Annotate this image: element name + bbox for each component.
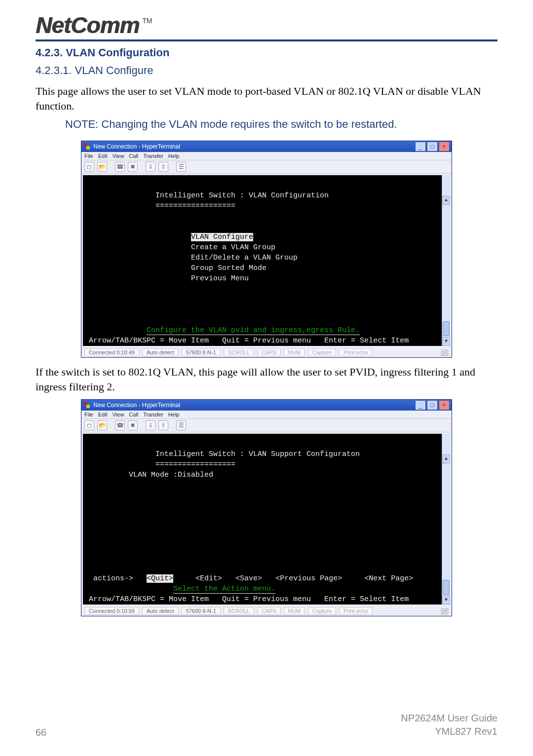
action-quit[interactable]: <Quit> bbox=[147, 574, 173, 583]
menu-item-sorted-mode[interactable]: Group Sorted Mode bbox=[191, 264, 266, 272]
menu-file[interactable]: File bbox=[84, 153, 93, 159]
toolbar-separator bbox=[171, 162, 173, 171]
status-scroll: SCROLL bbox=[224, 607, 254, 615]
doc-rev: YML827 Rev1 bbox=[435, 726, 497, 737]
menu-help[interactable]: Help bbox=[168, 153, 180, 159]
scroll-thumb[interactable] bbox=[443, 580, 450, 595]
toolbar: ◻ 📂 ☎ ✖ ⇩ ⇧ ☰ bbox=[81, 160, 452, 174]
action-save[interactable]: <Save> bbox=[235, 574, 262, 583]
menu-bar: File Edit View Call Transfer Help bbox=[81, 411, 452, 418]
toolbar-separator bbox=[141, 162, 143, 171]
status-bar: Connected 0:10:49 Auto detect 57600 8-N-… bbox=[81, 347, 452, 357]
header-rule bbox=[36, 39, 497, 41]
new-doc-icon[interactable]: ◻ bbox=[84, 162, 94, 172]
scroll-down-icon[interactable]: ▼ bbox=[442, 596, 450, 605]
resize-grip[interactable] bbox=[441, 608, 449, 615]
scroll-thumb[interactable] bbox=[443, 321, 450, 336]
vertical-scrollbar[interactable]: ▲ ▼ bbox=[442, 434, 450, 605]
window-title: New Connection - HyperTerminal bbox=[93, 143, 180, 150]
receive-icon[interactable]: ⇧ bbox=[158, 420, 168, 430]
menu-item-edit-delete[interactable]: Edit/Delete a VLAN Group bbox=[191, 254, 298, 262]
action-prev-page[interactable]: <Previous Page> bbox=[275, 574, 342, 583]
terminal-screen-1[interactable]: Intelligent Switch : VLAN Configuration … bbox=[83, 175, 450, 346]
status-params: 57600 8-N-1 bbox=[182, 607, 221, 615]
action-edit[interactable]: <Edit> bbox=[195, 574, 222, 583]
status-caps: CAPS bbox=[257, 607, 281, 615]
minimize-button[interactable]: _ bbox=[415, 400, 426, 410]
toolbar-separator bbox=[110, 162, 112, 171]
open-icon[interactable]: 📂 bbox=[97, 420, 107, 430]
term2-divider: ================== bbox=[155, 460, 235, 469]
resize-grip[interactable] bbox=[441, 349, 449, 356]
maximize-button[interactable]: □ bbox=[427, 400, 438, 410]
properties-icon[interactable]: ☰ bbox=[176, 162, 186, 172]
titlebar: New Connection - HyperTerminal _ □ × bbox=[81, 400, 452, 411]
disconnect-icon[interactable]: ✖ bbox=[128, 162, 138, 172]
receive-icon[interactable]: ⇧ bbox=[158, 162, 168, 172]
close-button[interactable]: × bbox=[439, 142, 450, 151]
open-icon[interactable]: 📂 bbox=[97, 162, 107, 172]
page-footer: 66 NP2624M User Guide YML827 Rev1 bbox=[36, 712, 497, 738]
toolbar-separator bbox=[141, 420, 143, 429]
terminal-screen-2[interactable]: Intelligent Switch : VLAN Support Config… bbox=[83, 434, 450, 605]
logo-text: NetComm bbox=[36, 14, 139, 37]
brand-logo: NetComm TM bbox=[36, 14, 497, 37]
doc-title: NP2624M User Guide bbox=[401, 713, 497, 723]
nav-hint-line: Arrow/TAB/BKSPC = Move Item Quit = Previ… bbox=[89, 337, 409, 345]
menu-file[interactable]: File bbox=[84, 412, 93, 417]
minimize-button[interactable]: _ bbox=[415, 142, 426, 151]
scroll-down-icon[interactable]: ▼ bbox=[442, 337, 450, 346]
close-button[interactable]: × bbox=[439, 400, 450, 410]
toolbar-separator bbox=[110, 420, 112, 429]
status-capture: Capture bbox=[308, 348, 336, 356]
hyperterminal-window-1: New Connection - HyperTerminal _ □ × Fil… bbox=[81, 141, 452, 358]
status-connected: Connected 0:10:49 bbox=[84, 348, 139, 356]
status-caps: CAPS bbox=[257, 348, 281, 356]
status-connected: Connected 0:10:59 bbox=[84, 607, 139, 615]
menu-item-selected[interactable]: VLAN Configure bbox=[191, 233, 253, 241]
new-doc-icon[interactable]: ◻ bbox=[84, 420, 94, 430]
connect-icon[interactable]: ☎ bbox=[115, 420, 125, 430]
action-next-page[interactable]: <Next Page> bbox=[364, 574, 413, 583]
menu-item-previous[interactable]: Previous Menu bbox=[191, 274, 249, 283]
note-text: NOTE: Changing the VLAN mode requires th… bbox=[65, 118, 497, 131]
para-8021q: If the switch is set to 802.1Q VLAN, thi… bbox=[36, 365, 497, 394]
menu-call[interactable]: Call bbox=[129, 412, 138, 417]
status-printecho: Print echo bbox=[339, 607, 373, 615]
menu-transfer[interactable]: Transfer bbox=[143, 153, 163, 159]
disconnect-icon[interactable]: ✖ bbox=[128, 420, 138, 430]
menu-view[interactable]: View bbox=[113, 412, 124, 417]
status-scroll: SCROLL bbox=[224, 348, 254, 356]
hint-line: Configure the VLAN pvid and ingress,egre… bbox=[147, 326, 360, 335]
send-icon[interactable]: ⇩ bbox=[146, 420, 155, 430]
menu-call[interactable]: Call bbox=[129, 153, 138, 159]
hint-line: Select the Action menu. bbox=[173, 585, 275, 594]
vertical-scrollbar[interactable]: ▲ ▼ bbox=[442, 175, 450, 346]
nav-hint-line: Arrow/TAB/BKSPC = Move Item Quit = Previ… bbox=[89, 595, 409, 604]
section-heading-4-2-3-1: 4.2.3.1. VLAN Configure bbox=[36, 64, 497, 77]
menu-help[interactable]: Help bbox=[168, 412, 180, 417]
maximize-button[interactable]: □ bbox=[427, 142, 438, 151]
menu-item-create[interactable]: Create a VLAN Group bbox=[191, 243, 275, 252]
actions-line: actions-> <Quit> <Edit> <Save> <Previous… bbox=[89, 574, 413, 583]
status-num: NUM bbox=[284, 607, 305, 615]
app-icon bbox=[83, 143, 90, 150]
trademark: TM bbox=[142, 14, 152, 25]
menu-view[interactable]: View bbox=[113, 153, 124, 159]
menu-bar: File Edit View Call Transfer Help bbox=[81, 152, 452, 160]
properties-icon[interactable]: ☰ bbox=[176, 420, 186, 430]
app-icon bbox=[83, 402, 90, 409]
menu-edit[interactable]: Edit bbox=[98, 412, 108, 417]
status-bar: Connected 0:10:59 Auto detect 57600 8-N-… bbox=[81, 606, 452, 616]
send-icon[interactable]: ⇩ bbox=[146, 162, 155, 172]
intro-paragraph: This page allows the user to set VLAN mo… bbox=[36, 84, 497, 113]
toolbar-separator bbox=[171, 420, 173, 429]
status-num: NUM bbox=[284, 348, 305, 356]
status-params: 57600 8-N-1 bbox=[182, 348, 221, 356]
connect-icon[interactable]: ☎ bbox=[115, 162, 125, 172]
status-capture: Capture bbox=[308, 607, 336, 615]
menu-transfer[interactable]: Transfer bbox=[143, 412, 163, 417]
menu-edit[interactable]: Edit bbox=[98, 153, 108, 159]
vlan-mode-line: VLAN Mode :Disabled bbox=[129, 471, 213, 479]
status-detect: Auto detect bbox=[142, 348, 179, 356]
